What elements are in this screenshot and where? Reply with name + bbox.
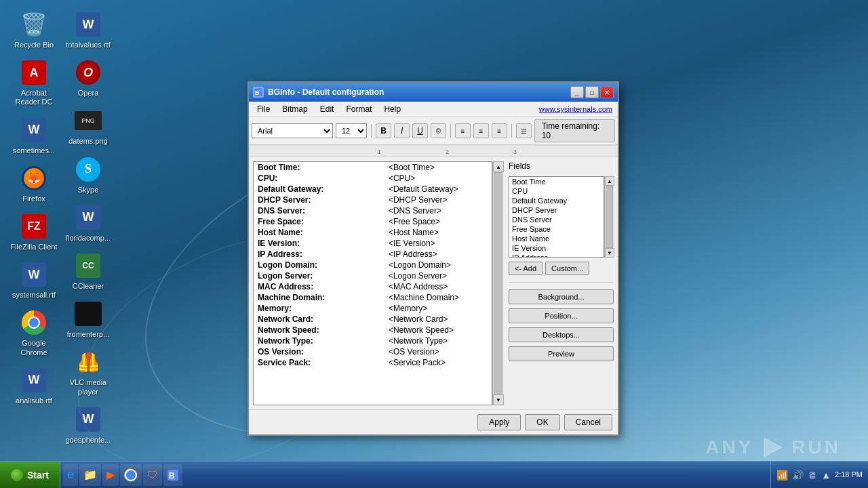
fields-list-item[interactable]: Boot Time: [509, 177, 604, 186]
desktop-icon-firefox[interactable]: 🦊 Firefox: [7, 161, 61, 207]
custom-button[interactable]: Custom...: [545, 262, 589, 275]
row-label: Host Name:: [254, 227, 386, 238]
text-area-container: Boot Time:<Boot Time>CPU:<CPU>Default Ga…: [253, 161, 503, 405]
underline-button[interactable]: U: [412, 123, 428, 138]
desktop-icon-label-firefox: Firefox: [22, 195, 45, 203]
fields-list-item[interactable]: Host Name: [509, 234, 604, 243]
desktop-icon-acrobat[interactable]: A Acrobat Reader DC: [7, 55, 61, 110]
preview-button[interactable]: Preview: [509, 346, 614, 361]
taskbar-ie-button[interactable]: e: [63, 464, 78, 486]
desktops-button[interactable]: Desktops...: [509, 327, 614, 342]
background-button[interactable]: Background...: [509, 289, 614, 304]
dialog-minimize-button[interactable]: _: [570, 86, 584, 98]
right-panel: Fields Boot TimeCPUDefault GatewayDHCP S…: [509, 161, 614, 405]
tray-network-icon[interactable]: 📶: [776, 470, 788, 481]
desktop-icon-opera[interactable]: O Opera: [61, 55, 115, 102]
desktop-icon-vlc[interactable]: 🦺 VLC media player: [61, 344, 115, 400]
row-label: Free Space:: [254, 216, 386, 227]
dialog-maximize-button[interactable]: □: [585, 86, 599, 98]
taskbar-folder-button[interactable]: 📁: [79, 464, 101, 486]
fields-scroll-up[interactable]: ▲: [605, 176, 614, 186]
align-center-button[interactable]: ≡: [473, 123, 489, 138]
desktop: 🗑️ Recycle Bin A Acrobat Reader DC W som…: [0, 0, 868, 488]
apply-button[interactable]: Apply: [477, 414, 521, 430]
fields-list-item[interactable]: CPU: [509, 186, 604, 196]
fields-scrollbar[interactable]: ▲ ▼: [604, 176, 614, 258]
desktop-icon-filezilla[interactable]: FZ FileZilla Client: [7, 209, 61, 256]
fields-list-item[interactable]: DNS Server: [509, 215, 604, 224]
desktop-icon-label-chrome: Google Chrome: [9, 339, 58, 357]
align-left-button[interactable]: ≡: [455, 123, 471, 138]
font-select[interactable]: Arial Courier New Times New Roman: [252, 123, 333, 138]
scroll-down-arrow[interactable]: ▼: [493, 394, 504, 405]
desktop-icon-systemsall[interactable]: W systemsall.rtf: [7, 257, 61, 304]
taskbar-chrome-button[interactable]: [120, 464, 142, 486]
dialog-close-button[interactable]: ✕: [600, 86, 614, 98]
row-label: Memory:: [254, 303, 386, 314]
table-row: Service Pack:<Service Pack>: [254, 357, 492, 368]
bginfo-title-icon: B: [253, 87, 264, 98]
desktop-icon-label-goesphente: goesphente...: [66, 436, 111, 445]
menu-format[interactable]: Format: [340, 103, 377, 115]
desktop-icon-recycle-bin[interactable]: 🗑️ Recycle Bin: [7, 7, 61, 54]
fields-scroll-thumb[interactable]: [606, 186, 613, 248]
position-button[interactable]: Position...: [509, 308, 614, 323]
row-value: <DHCP Server>: [386, 195, 492, 205]
cancel-button[interactable]: Cancel: [564, 414, 612, 430]
fields-scroll-down[interactable]: ▼: [605, 248, 614, 258]
tray-display-icon[interactable]: 🖥: [808, 470, 817, 481]
desktop-icon-sometimes[interactable]: W sometimes...: [7, 113, 61, 159]
svg-text:1: 1: [378, 148, 381, 155]
row-value: <IE Version>: [386, 238, 492, 249]
bold-button[interactable]: B: [376, 123, 391, 138]
tray-volume-icon[interactable]: 🔊: [792, 470, 804, 481]
scroll-thumb[interactable]: [494, 172, 502, 394]
dialog-controls: _ □ ✕: [570, 86, 614, 98]
tray-arrow-icon[interactable]: ▲: [821, 470, 831, 481]
list-button[interactable]: ☰: [516, 123, 532, 138]
toolbar-separator-2: [450, 124, 451, 138]
vertical-scrollbar[interactable]: ▲ ▼: [492, 161, 503, 405]
desktop-icon-goesphente[interactable]: W goesphente...: [61, 402, 115, 449]
desktop-icon-floridacomp[interactable]: W floridacomp...: [61, 200, 115, 247]
taskbar-avast-button[interactable]: 🛡: [143, 464, 162, 486]
time-remaining-label: Time remaining:: [542, 121, 600, 131]
fields-list-item[interactable]: IE Version: [509, 243, 604, 253]
row-value: <Memory>: [386, 303, 492, 314]
fields-list-item[interactable]: IP Address: [509, 253, 604, 258]
row-value: <Default Gateway>: [386, 184, 492, 195]
ok-button[interactable]: OK: [525, 414, 559, 430]
scroll-up-arrow[interactable]: ▲: [493, 161, 504, 172]
taskbar-media-button[interactable]: ▶: [102, 464, 119, 486]
text-area[interactable]: Boot Time:<Boot Time>CPU:<CPU>Default Ga…: [253, 161, 492, 405]
fields-list-wrapper: Boot TimeCPUDefault GatewayDHCP ServerDN…: [509, 176, 614, 258]
desktop-icon-chrome[interactable]: Google Chrome: [7, 305, 61, 361]
desktop-icon-datems[interactable]: PNG datems.png: [61, 103, 115, 150]
sysinternals-link[interactable]: www.sysinternals.com: [539, 105, 615, 113]
menu-edit[interactable]: Edit: [315, 103, 340, 115]
svg-text:B: B: [255, 89, 260, 96]
italic-button[interactable]: I: [394, 123, 410, 138]
desktop-icon-skype[interactable]: S Skype: [61, 152, 115, 199]
add-field-button[interactable]: <- Add: [509, 262, 542, 275]
menu-help[interactable]: Help: [378, 103, 406, 115]
desktop-icon-totalvalues[interactable]: W totalvalues.rtf: [61, 7, 115, 54]
size-select[interactable]: 8 10 12 14 16: [336, 123, 367, 138]
start-button[interactable]: Start: [0, 462, 60, 489]
align-right-button[interactable]: ≡: [492, 123, 507, 138]
desktop-icon-ccleaner[interactable]: CC CCleaner: [61, 248, 115, 295]
fields-list-item[interactable]: Free Space: [509, 224, 604, 234]
desktop-icon-analisub[interactable]: W analisub.rtf: [7, 363, 61, 409]
menu-file[interactable]: File: [252, 103, 275, 115]
table-row: Logon Server:<Logon Server>: [254, 270, 492, 281]
desktop-icon-fromenterp[interactable]: fromenterp...: [61, 296, 115, 343]
fields-list-item[interactable]: Default Gateway: [509, 196, 604, 205]
menu-bitmap[interactable]: Bitmap: [277, 103, 313, 115]
desktop-icon-label-totalvalues: totalvalues.rtf: [66, 41, 110, 49]
fields-list[interactable]: Boot TimeCPUDefault GatewayDHCP ServerDN…: [509, 176, 604, 258]
special-button[interactable]: ©: [431, 123, 446, 138]
bginfo-taskbar-icon: B: [167, 470, 178, 481]
row-value: <Logon Server>: [386, 270, 492, 281]
taskbar-bginfo-button[interactable]: B: [163, 464, 182, 486]
fields-list-item[interactable]: DHCP Server: [509, 205, 604, 215]
